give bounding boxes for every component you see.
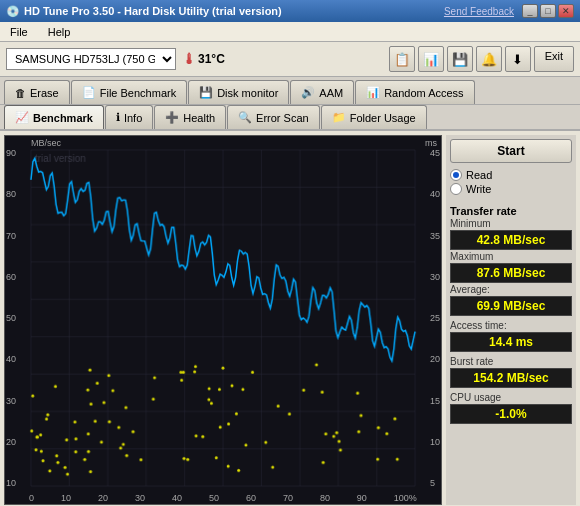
info-icon: ℹ	[116, 111, 120, 124]
title-bar-left: 💿 HD Tune Pro 3.50 - Hard Disk Utility (…	[6, 5, 282, 18]
tab-info[interactable]: ℹ Info	[105, 105, 153, 129]
right-panel: Start Read Write Transfer rate Minimum 4…	[446, 135, 576, 505]
exit-button[interactable]: Exit	[534, 46, 574, 72]
folder-usage-icon: 📁	[332, 111, 346, 124]
maximum-value: 87.6 MB/sec	[450, 263, 572, 283]
tab-disk-monitor[interactable]: 💾 Disk monitor	[188, 80, 289, 104]
burst-rate-section: Burst rate 154.2 MB/sec	[450, 356, 572, 388]
app-icon: 💿	[6, 5, 20, 18]
thermometer-icon: 🌡	[182, 51, 196, 67]
average-label: Average:	[450, 284, 572, 295]
minimize-button[interactable]: _	[522, 4, 538, 18]
tab-erase[interactable]: 🗑 Erase	[4, 80, 70, 104]
tab-random-access[interactable]: 📊 Random Access	[355, 80, 474, 104]
transfer-rate-title: Transfer rate	[450, 205, 572, 217]
close-button[interactable]: ✕	[558, 4, 574, 18]
temperature-badge: 🌡 31°C	[182, 51, 225, 67]
x-axis: 0 10 20 30 40 50 60 70 80 90 100%	[29, 493, 417, 503]
error-scan-icon: 🔍	[238, 111, 252, 124]
y-axis-left: 90 80 70 60 50 40 30 20 10	[6, 148, 16, 488]
icon-btn-5[interactable]: ⬇	[505, 46, 531, 72]
title-bar-controls: _ □ ✕	[522, 4, 574, 18]
cpu-usage-label: CPU usage	[450, 392, 572, 403]
access-time-value: 14.4 ms	[450, 332, 572, 352]
y-axis-unit-left: MB/sec	[31, 138, 61, 148]
top-tab-bar: 🗑 Erase 📄 File Benchmark 💾 Disk monitor …	[0, 77, 580, 105]
temperature-value: 31°C	[198, 52, 225, 66]
radio-write-dot	[450, 183, 462, 195]
icon-btn-1[interactable]: 📋	[389, 46, 415, 72]
icon-btn-3[interactable]: 💾	[447, 46, 473, 72]
tab-file-benchmark[interactable]: 📄 File Benchmark	[71, 80, 187, 104]
y-axis-unit-right: ms	[425, 138, 437, 148]
radio-group: Read Write	[450, 167, 572, 197]
random-access-icon: 📊	[366, 86, 380, 99]
tab-aam[interactable]: 🔊 AAM	[290, 80, 354, 104]
radio-read[interactable]: Read	[450, 169, 572, 181]
tab-benchmark[interactable]: 📈 Benchmark	[4, 105, 104, 129]
erase-icon: 🗑	[15, 87, 26, 99]
tab-health[interactable]: ➕ Health	[154, 105, 226, 129]
title-bar: 💿 HD Tune Pro 3.50 - Hard Disk Utility (…	[0, 0, 580, 22]
benchmark-chart	[5, 136, 441, 504]
disk-monitor-icon: 💾	[199, 86, 213, 99]
icon-btn-2[interactable]: 📊	[418, 46, 444, 72]
maximum-label: Maximum	[450, 251, 572, 262]
icon-btn-4[interactable]: 🔔	[476, 46, 502, 72]
radio-read-dot	[450, 169, 462, 181]
menu-help[interactable]: Help	[44, 25, 75, 39]
average-value: 69.9 MB/sec	[450, 296, 572, 316]
transfer-rate-section: Transfer rate Minimum 42.8 MB/sec Maximu…	[450, 201, 572, 316]
cpu-usage-section: CPU usage -1.0%	[450, 392, 572, 424]
disk-select[interactable]: SAMSUNG HD753LJ (750 GB)	[6, 48, 176, 70]
burst-rate-value: 154.2 MB/sec	[450, 368, 572, 388]
tab-folder-usage[interactable]: 📁 Folder Usage	[321, 105, 427, 129]
window-title: HD Tune Pro 3.50 - Hard Disk Utility (tr…	[24, 5, 282, 17]
main-content: MB/sec ms 90 80 70 60 50 40 30 20 10 45 …	[0, 131, 580, 506]
start-button[interactable]: Start	[450, 139, 572, 163]
toolbar: SAMSUNG HD753LJ (750 GB) 🌡 31°C 📋 📊 💾 🔔 …	[0, 42, 580, 77]
burst-rate-label: Burst rate	[450, 356, 572, 367]
tab-error-scan[interactable]: 🔍 Error Scan	[227, 105, 320, 129]
menu-file[interactable]: File	[6, 25, 32, 39]
radio-write[interactable]: Write	[450, 183, 572, 195]
bottom-tab-bar: 📈 Benchmark ℹ Info ➕ Health 🔍 Error Scan…	[0, 105, 580, 131]
access-time-label: Access time:	[450, 320, 572, 331]
minimum-value: 42.8 MB/sec	[450, 230, 572, 250]
benchmark-icon: 📈	[15, 111, 29, 124]
health-icon: ➕	[165, 111, 179, 124]
y-axis-right: 45 40 35 30 25 20 15 10 5	[430, 148, 440, 488]
access-time-section: Access time: 14.4 ms	[450, 320, 572, 352]
chart-container: MB/sec ms 90 80 70 60 50 40 30 20 10 45 …	[4, 135, 442, 505]
maximize-button[interactable]: □	[540, 4, 556, 18]
aam-icon: 🔊	[301, 86, 315, 99]
file-benchmark-icon: 📄	[82, 86, 96, 99]
feedback-link[interactable]: Send Feedback	[444, 6, 514, 17]
cpu-usage-value: -1.0%	[450, 404, 572, 424]
minimum-label: Minimum	[450, 218, 572, 229]
menu-bar: File Help	[0, 22, 580, 42]
toolbar-icons: 📋 📊 💾 🔔 ⬇ Exit	[389, 46, 574, 72]
